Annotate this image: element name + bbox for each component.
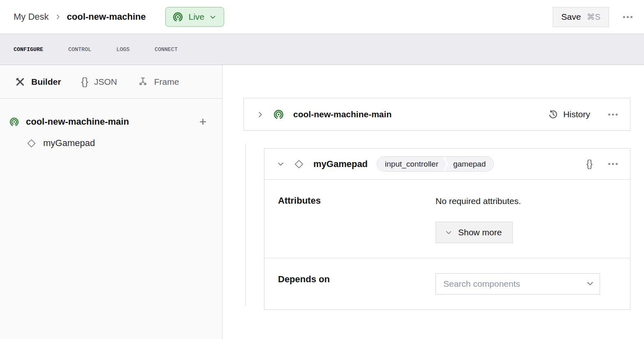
history-icon — [548, 109, 558, 119]
tree-item-component[interactable]: myGamepad — [9, 132, 209, 154]
collapse-part-chevron[interactable] — [256, 111, 264, 118]
topbar-actions: Save ⌘S — [553, 7, 634, 27]
tree-connector-line — [246, 144, 246, 306]
tab-configure[interactable]: CONFIGURE — [14, 45, 43, 54]
component-overflow-menu-button[interactable] — [607, 160, 619, 168]
mode-frame[interactable]: Frame — [137, 74, 179, 89]
attributes-content: No required attributes. Show more — [436, 195, 617, 243]
chevron-down-icon — [445, 229, 452, 236]
machine-live-icon — [172, 12, 183, 23]
tree-item-machine-part[interactable]: cool-new-machine-main + — [9, 111, 209, 132]
breadcrumb-current: cool-new-machine — [67, 12, 146, 22]
attributes-empty-text: No required attributes. — [436, 195, 521, 206]
save-shortcut: ⌘S — [587, 12, 600, 22]
search-components-input[interactable] — [436, 273, 600, 295]
part-overflow-menu-button[interactable] — [607, 110, 619, 119]
ellipsis-icon — [623, 16, 632, 18]
machine-tree: cool-new-machine-main + myGamepad — [0, 99, 222, 154]
chevron-right-icon — [55, 14, 61, 20]
braces-icon: {} — [81, 75, 88, 88]
view-mode-switcher: Builder {} JSON Frame — [0, 65, 222, 99]
tab-logs[interactable]: LOGS — [116, 45, 130, 54]
config-main: cool-new-machine-main History — [222, 65, 644, 339]
topbar: My Desk cool-new-machine Live Save — [0, 0, 644, 34]
attributes-section: Attributes No required attributes. Show … — [264, 180, 630, 258]
attributes-label: Attributes — [278, 195, 436, 243]
machine-part-card: cool-new-machine-main History — [243, 98, 630, 131]
ellipsis-icon — [608, 163, 618, 165]
component-card-actions: {} — [586, 158, 619, 170]
live-status-dropdown[interactable]: Live — [165, 7, 224, 27]
collapse-component-chevron[interactable] — [277, 160, 285, 168]
machine-config-page: My Desk cool-new-machine Live Save — [0, 0, 644, 339]
live-label: Live — [188, 12, 204, 22]
tab-control[interactable]: CONTROL — [68, 45, 91, 54]
add-component-button[interactable]: + — [197, 115, 209, 129]
content-area: Builder {} JSON Frame — [0, 65, 644, 339]
machine-tabbar: CONFIGURE CONTROL LOGS CONNECT — [0, 34, 644, 65]
tools-icon — [15, 77, 25, 87]
component-diamond-icon — [26, 138, 37, 149]
tab-connect[interactable]: CONNECT — [155, 45, 178, 54]
breadcrumb: My Desk cool-new-machine — [14, 12, 146, 22]
topbar-overflow-menu-button[interactable] — [621, 13, 634, 21]
show-more-label: Show more — [458, 228, 502, 237]
machine-part-icon — [273, 109, 284, 120]
depends-on-select — [436, 273, 600, 295]
depends-on-section: Depends on — [264, 258, 630, 309]
history-label: History — [563, 109, 590, 119]
save-button[interactable]: Save ⌘S — [553, 7, 609, 27]
part-card-title: cool-new-machine-main — [293, 109, 391, 119]
depends-on-label: Depends on — [278, 273, 436, 295]
mode-frame-label: Frame — [154, 77, 179, 87]
component-model: gamepad — [445, 157, 493, 171]
component-card-header: myGamepad input_controller gamepad {} — [264, 149, 630, 180]
mode-json-label: JSON — [94, 77, 117, 87]
tree-component-label: myGamepad — [43, 138, 95, 149]
tree-part-label: cool-new-machine-main — [26, 116, 129, 127]
save-label: Save — [561, 12, 581, 22]
part-card-actions: History — [548, 109, 619, 119]
component-type: input_controller — [377, 157, 447, 171]
component-type-badge: input_controller gamepad — [377, 156, 494, 172]
frame-axes-icon — [137, 76, 148, 87]
config-sidebar: Builder {} JSON Frame — [0, 65, 222, 339]
component-card-title: myGamepad — [313, 159, 368, 170]
history-button[interactable]: History — [548, 109, 590, 119]
machine-part-icon — [9, 117, 19, 127]
ellipsis-icon — [608, 114, 618, 116]
chevron-down-icon — [209, 14, 216, 21]
show-more-button[interactable]: Show more — [436, 222, 513, 243]
mode-json[interactable]: {} JSON — [81, 74, 117, 90]
component-card: myGamepad input_controller gamepad {} At… — [264, 148, 630, 310]
component-diamond-icon — [294, 159, 304, 170]
breadcrumb-parent-link[interactable]: My Desk — [14, 12, 49, 22]
mode-builder[interactable]: Builder — [15, 75, 61, 89]
mode-builder-label: Builder — [31, 77, 61, 87]
edit-json-button[interactable]: {} — [586, 158, 593, 170]
